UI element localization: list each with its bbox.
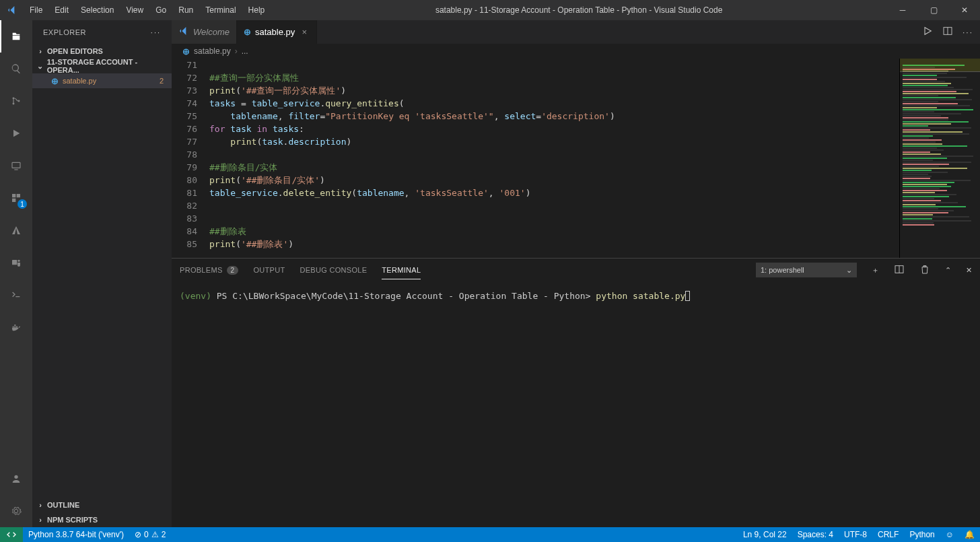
terminal-icon[interactable] [0, 279, 32, 311]
panel-tab-output[interactable]: OUTPUT [253, 266, 285, 274]
sidebar-more-icon[interactable]: ··· [151, 28, 161, 36]
status-feedback-icon[interactable]: ☺ [940, 527, 959, 542]
status-eol[interactable]: CRLF [872, 527, 904, 542]
vscode-logo-icon [178, 26, 189, 38]
close-button[interactable]: ✕ [949, 0, 980, 20]
menu-run[interactable]: Run [172, 0, 199, 20]
svg-rect-7 [14, 327, 15, 328]
python-file-icon: ⊕ [244, 27, 251, 37]
svg-point-5 [18, 260, 20, 262]
outline-section[interactable]: ›OUTLINE [32, 498, 172, 512]
remote-explorer-icon[interactable] [0, 149, 32, 182]
open-editors-section[interactable]: ›OPEN EDITORS [32, 44, 172, 59]
editor-tabs: Welcome ⊕ satable.py × ··· [172, 20, 980, 44]
settings-icon[interactable] [0, 495, 32, 527]
split-terminal-icon[interactable] [894, 264, 905, 276]
svg-rect-6 [13, 327, 14, 328]
terminal[interactable]: (venv) PS C:\LBWorkSpace\MyCode\11-Stora… [172, 281, 980, 527]
run-icon[interactable] [0, 117, 32, 149]
menu-go[interactable]: Go [149, 0, 172, 20]
tab-satable[interactable]: ⊕ satable.py × [237, 20, 317, 44]
panel-tab-problems[interactable]: PROBLEMS2 [180, 266, 238, 274]
azure-icon[interactable] [0, 214, 32, 246]
status-bar: Python 3.8.7 64-bit ('venv') ⊘0 ⚠2 Ln 9,… [0, 527, 980, 542]
activity-bar: 1 [0, 20, 32, 527]
svg-rect-8 [16, 327, 18, 328]
svg-point-1 [13, 103, 15, 105]
maximize-panel-icon[interactable]: ⌃ [945, 266, 951, 275]
menu-bar: FileEditSelectionViewGoRunTerminalHelp [24, 0, 271, 20]
minimap[interactable] [899, 59, 980, 258]
python-file-icon: ⊕ [51, 76, 59, 86]
minimize-button[interactable]: ─ [887, 0, 918, 20]
panel-tab-debug[interactable]: DEBUG CONSOLE [300, 266, 367, 274]
status-lang[interactable]: Python [904, 527, 940, 542]
run-file-icon[interactable] [922, 26, 933, 38]
sidebar-title: EXPLORER [43, 28, 86, 36]
svg-rect-3 [12, 162, 20, 168]
status-indent[interactable]: Spaces: 4 [792, 527, 839, 542]
svg-point-10 [14, 475, 18, 479]
split-editor-icon[interactable] [942, 26, 953, 38]
maximize-button[interactable]: ▢ [918, 0, 949, 20]
file-row[interactable]: ⊕ satable.py 2 [32, 73, 172, 88]
menu-view[interactable]: View [120, 0, 149, 20]
status-notifications-icon[interactable]: 🔔 [959, 527, 980, 542]
account-icon[interactable] [0, 463, 32, 495]
svg-rect-9 [14, 325, 15, 326]
terminal-selector[interactable]: 1: powershell⌄ [756, 263, 857, 277]
scm-icon[interactable] [0, 85, 32, 117]
menu-file[interactable]: File [24, 0, 48, 20]
breadcrumbs[interactable]: ⊕ satable.py › ... [172, 44, 980, 59]
title-bar: FileEditSelectionViewGoRunTerminalHelp s… [0, 0, 980, 20]
close-tab-icon[interactable]: × [299, 27, 310, 37]
remote-indicator[interactable] [0, 527, 23, 542]
menu-selection[interactable]: Selection [75, 0, 120, 20]
menu-help[interactable]: Help [242, 0, 271, 20]
kill-terminal-icon[interactable] [919, 264, 930, 276]
vscode-logo-icon [0, 5, 24, 15]
explorer-icon[interactable] [0, 20, 32, 53]
search-icon[interactable] [0, 53, 32, 85]
new-terminal-icon[interactable]: ＋ [872, 265, 879, 275]
python-file-icon: ⊕ [182, 46, 190, 57]
tab-welcome[interactable]: Welcome [172, 20, 237, 44]
file-problems-badge: 2 [160, 77, 164, 85]
code-editor[interactable]: 717273747576777879808182838485 ##查询一部分实体… [172, 59, 899, 258]
svg-point-2 [18, 100, 20, 102]
status-cursor[interactable]: Ln 9, Col 22 [738, 527, 792, 542]
window-title: satable.py - 11-Storage Account - Operat… [271, 5, 887, 15]
panel-tab-terminal[interactable]: TERMINAL [382, 266, 421, 274]
svg-rect-4 [12, 260, 17, 265]
teams-icon[interactable] [0, 246, 32, 279]
close-panel-icon[interactable]: ✕ [966, 266, 972, 275]
sidebar: EXPLORER ··· ›OPEN EDITORS ⌄11-STORAGE A… [32, 20, 172, 527]
folder-section[interactable]: ⌄11-STORAGE ACCOUNT - OPERA... [32, 59, 172, 73]
svg-point-0 [13, 98, 15, 100]
status-encoding[interactable]: UTF-8 [839, 527, 872, 542]
panel: PROBLEMS2 OUTPUT DEBUG CONSOLE TERMINAL … [172, 258, 980, 527]
menu-terminal[interactable]: Terminal [199, 0, 242, 20]
status-problems[interactable]: ⊘0 ⚠2 [129, 527, 171, 542]
status-python[interactable]: Python 3.8.7 64-bit ('venv') [23, 527, 129, 542]
menu-edit[interactable]: Edit [48, 0, 75, 20]
more-actions-icon[interactable]: ··· [963, 28, 973, 37]
npm-scripts-section[interactable]: ›NPM SCRIPTS [32, 512, 172, 527]
docker-icon[interactable] [0, 311, 32, 343]
extensions-icon[interactable]: 1 [0, 182, 32, 214]
